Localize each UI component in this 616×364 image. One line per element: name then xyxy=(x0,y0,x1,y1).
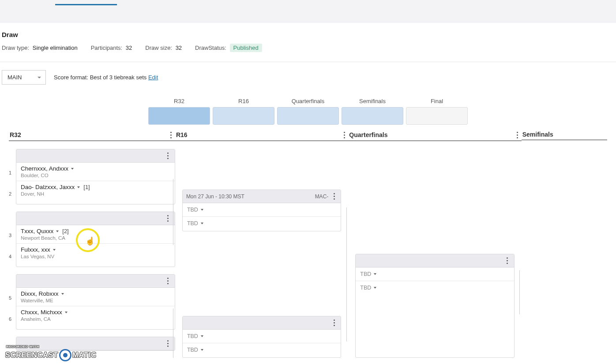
match-options-icon[interactable] xyxy=(165,152,171,160)
participants-label: Participants: xyxy=(91,45,123,51)
round-nav-box-r32[interactable] xyxy=(148,107,210,125)
chevron-down-icon[interactable] xyxy=(201,223,203,224)
match-options-icon[interactable] xyxy=(165,215,171,223)
match-card[interactable]: Txxx, Quxxx [2] Newport Beach, CA Fulxxx… xyxy=(16,212,175,267)
match-card[interactable] xyxy=(16,337,175,351)
match-options-icon[interactable] xyxy=(504,257,511,265)
player-seed: [2] xyxy=(62,228,68,234)
draw-status-label: DrawStatus: xyxy=(195,45,226,51)
match-options-icon[interactable] xyxy=(331,193,337,201)
bracket: R32 1 2 Chernxxx, Andxxx Boulder, CO xyxy=(0,128,616,358)
draw-status-badge: Published xyxy=(230,44,262,52)
stage-select[interactable]: MAIN xyxy=(2,70,46,85)
round-nav-label-sf: Semifinals xyxy=(359,98,386,104)
player-location: Newport Beach, CA xyxy=(21,235,170,241)
chevron-down-icon[interactable] xyxy=(71,168,74,170)
player-location: Dover, NH xyxy=(21,191,170,197)
player-row-tbd[interactable]: TBD xyxy=(183,330,341,343)
match-card[interactable]: Chernxxx, Andxxx Boulder, CO Dao- Dalzxx… xyxy=(16,149,175,204)
participants-value: 32 xyxy=(126,45,132,51)
player-row[interactable]: Txxx, Quxxx [2] Newport Beach, CA xyxy=(16,225,175,244)
round-nav-label-final: Final xyxy=(431,98,443,104)
round-nav-label-r32: R32 xyxy=(174,98,184,104)
seed-number: 6 xyxy=(9,308,11,330)
r16-match[interactable]: TBD TBD xyxy=(182,316,341,358)
chevron-down-icon[interactable] xyxy=(201,349,203,351)
r32-match: 5 6 Dixxx, Robxxx Waterville, ME Chxxx, … xyxy=(9,274,175,330)
seed-number: 2 xyxy=(9,183,11,204)
r32-match xyxy=(9,337,175,351)
draw-section-title: Draw xyxy=(2,31,614,38)
player-row[interactable]: Dao- Dalzxxx, Jaxxx [1] Dover, NH xyxy=(16,181,175,199)
col-options-icon[interactable] xyxy=(341,131,347,139)
chevron-down-icon[interactable] xyxy=(65,312,68,313)
player-tbd: TBD xyxy=(360,271,371,277)
match-bar xyxy=(356,254,514,267)
round-nav-box-sf[interactable] xyxy=(342,107,403,125)
draw-size-label: Draw size: xyxy=(145,45,172,51)
draw-type-value: Single elimination xyxy=(33,45,78,51)
player-row[interactable]: Dixxx, Robxxx Waterville, ME xyxy=(16,288,175,306)
round-nav-label-qf: Quarterfinals xyxy=(292,98,324,104)
match-seed-numbers: 3 4 xyxy=(9,212,16,267)
seed-number: 3 xyxy=(9,225,11,246)
player-row-tbd[interactable]: TBD xyxy=(183,343,341,357)
score-format-value: Best of 3 tiebreak sets xyxy=(90,74,147,81)
bracket-connector xyxy=(173,179,173,245)
stage-select-value: MAIN xyxy=(8,74,22,81)
seed-number: 4 xyxy=(9,246,11,267)
player-tbd: TBD xyxy=(187,333,198,339)
chevron-down-icon[interactable] xyxy=(56,230,59,232)
seed-number: 5 xyxy=(9,287,11,308)
draw-type-label: Draw type: xyxy=(2,45,29,51)
match-options-icon[interactable] xyxy=(165,277,171,285)
round-nav-box-final[interactable] xyxy=(406,107,468,125)
match-seed-numbers: 1 2 xyxy=(9,149,16,204)
match-options-icon[interactable] xyxy=(331,319,337,327)
player-name: Chernxxx, Andxxx xyxy=(21,165,68,172)
chevron-down-icon[interactable] xyxy=(201,209,203,211)
col-options-icon[interactable] xyxy=(515,131,521,139)
bracket-col-r32: R32 1 2 Chernxxx, Andxxx Boulder, CO xyxy=(9,128,175,358)
chevron-down-icon[interactable] xyxy=(201,335,203,337)
match-bar: Mon 27 Jun - 10:30 MST MAC- xyxy=(183,190,341,203)
match-seed-numbers: 5 6 xyxy=(9,274,16,330)
player-seed: [1] xyxy=(83,184,90,190)
round-nav-label-r16: R16 xyxy=(238,98,249,104)
section-divider xyxy=(0,62,616,62)
chevron-down-icon[interactable] xyxy=(61,293,64,295)
col-header-r32: R32 xyxy=(10,131,21,138)
player-row[interactable]: Chernxxx, Andxxx Boulder, CO xyxy=(16,163,175,181)
player-name: Fulxxx, xxx xyxy=(21,246,50,253)
match-options-icon[interactable] xyxy=(165,340,171,348)
r32-match: 3 4 Txxx, Quxxx [2] Newport Beach, CA xyxy=(9,212,175,267)
player-row[interactable]: Fulxxx, xxx Las Vegas, NV xyxy=(16,244,175,262)
r32-match: 1 2 Chernxxx, Andxxx Boulder, CO Dao- Da… xyxy=(9,149,175,204)
player-row-tbd[interactable]: TBD xyxy=(183,203,341,217)
score-format-edit-link[interactable]: Edit xyxy=(148,74,158,81)
r16-match[interactable]: Mon 27 Jun - 10:30 MST MAC- TBD TBD xyxy=(182,189,341,231)
col-options-icon[interactable] xyxy=(168,131,174,139)
score-format-label: Score format: xyxy=(54,74,88,81)
controls-row: MAIN Score format: Best of 3 tiebreak se… xyxy=(0,70,616,85)
chevron-down-icon[interactable] xyxy=(374,273,376,275)
player-row[interactable]: Chxxx, Michxxx Anaheim, CA xyxy=(16,306,175,324)
match-card[interactable]: Dixxx, Robxxx Waterville, ME Chxxx, Mich… xyxy=(16,274,175,330)
player-row-tbd[interactable]: TBD xyxy=(183,217,341,230)
round-nav-box-qf[interactable] xyxy=(277,107,339,125)
match-bar xyxy=(183,316,341,330)
qf-match[interactable]: TBD TBD xyxy=(355,254,514,358)
match-bar xyxy=(16,212,175,225)
match-schedule: Mon 27 Jun - 10:30 MST xyxy=(186,193,244,200)
chevron-down-icon[interactable] xyxy=(374,287,376,289)
player-name: Dixxx, Robxxx xyxy=(21,290,59,297)
col-header-r16: R16 xyxy=(176,131,188,138)
draw-size-value: 32 xyxy=(176,45,182,51)
player-tbd: TBD xyxy=(187,220,198,227)
chevron-down-icon[interactable] xyxy=(53,249,56,251)
player-row-tbd[interactable]: TBD xyxy=(356,267,514,281)
bracket-connector xyxy=(519,270,520,314)
chevron-down-icon[interactable] xyxy=(77,186,80,188)
round-nav-box-r16[interactable] xyxy=(213,107,274,125)
player-row-tbd[interactable]: TBD xyxy=(356,281,514,294)
